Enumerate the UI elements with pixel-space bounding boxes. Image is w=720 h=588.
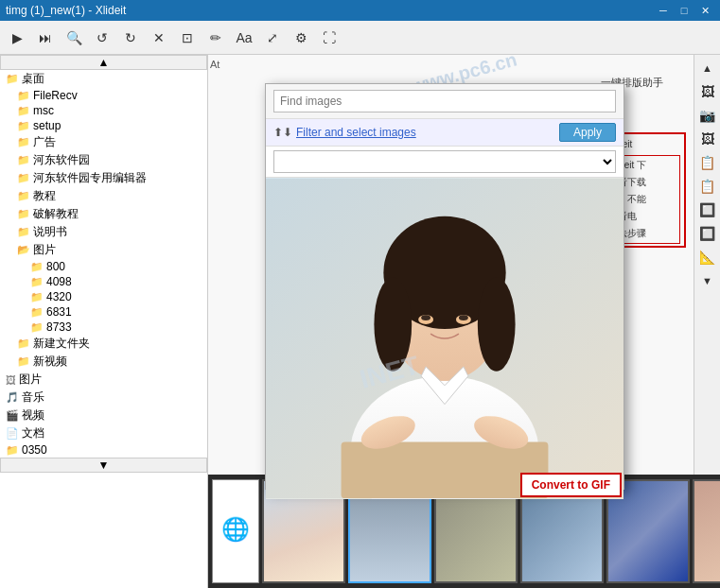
folder-icon: 📁 — [17, 208, 30, 220]
find-images-input[interactable] — [273, 90, 616, 112]
settings-button[interactable]: ⚙ — [288, 25, 314, 51]
transform-button[interactable]: ⤢ — [259, 25, 286, 51]
right-toolbar: ▲ 🖼 📷 🖼 📋 📋 🔲 🔲 📐 ▼ — [694, 55, 720, 475]
sidebar-item-filerecv[interactable]: 📁 FileRecv — [0, 88, 207, 103]
svg-point-6 — [478, 277, 516, 371]
sidebar-item-label: 图片 — [33, 242, 56, 258]
sidebar-item-label: 河东软件园 — [33, 152, 90, 168]
sidebar-item-4320[interactable]: 📁 4320 — [0, 289, 207, 304]
sidebar-item-0350[interactable]: 📁 0350 — [0, 442, 207, 458]
rt-image-btn-8[interactable]: 📐 — [696, 246, 719, 268]
sidebar-item-label: 文档 — [22, 425, 44, 441]
folder-icon: 📁 — [17, 154, 30, 166]
convert-overlay: Convert to GIF — [520, 473, 622, 497]
sidebar-scroll-up[interactable]: ▲ — [0, 55, 207, 70]
sidebar-item-video[interactable]: 🎬 视频 — [0, 406, 207, 424]
main-area: ▲ 📁 桌面 📁 FileRecv 📁 msc 📁 setup 📁 广告 📁 河… — [0, 55, 720, 588]
filter-dropdown[interactable] — [273, 150, 616, 173]
folder-icon: 📁 — [6, 73, 19, 85]
rt-image-btn-4[interactable]: 📋 — [696, 151, 719, 174]
folder-icon: 📁 — [30, 291, 44, 303]
sidebar-item-label: 破解教程 — [33, 206, 79, 222]
sidebar-item-8733[interactable]: 📁 8733 — [0, 320, 207, 335]
folder-icon: 📁 — [17, 190, 30, 202]
main-image: INET — [266, 178, 623, 499]
sidebar-item-label: msc — [33, 104, 54, 117]
sidebar-item-label: 桌面 — [22, 71, 44, 87]
dropdown-row — [266, 147, 623, 178]
at-label: At — [210, 59, 263, 70]
sidebar-item-setup[interactable]: 📁 setup — [0, 118, 207, 133]
main-toolbar: ▶ ⏭ 🔍 ↺ ↻ ✕ ⊡ ✏ Aa ⤢ ⚙ ⛶ — [0, 21, 720, 55]
sidebar-item-pictures[interactable]: 🖼 图片 — [0, 371, 207, 389]
rt-image-btn-5[interactable]: 📋 — [696, 175, 719, 198]
play-button[interactable]: ▶ — [4, 25, 30, 51]
folder-icon: 📁 — [17, 120, 30, 132]
filter-label[interactable]: Filter and select images — [296, 126, 555, 139]
folder-icon: 📁 — [17, 172, 30, 184]
filter-arrows-icon: ⬆⬇ — [273, 126, 292, 139]
sidebar-item-guanggao[interactable]: 📁 广告 — [0, 133, 207, 151]
apply-button[interactable]: Apply — [559, 123, 616, 142]
folder-icon: 📁 — [17, 337, 30, 350]
rotate-left-button[interactable]: ↺ — [89, 25, 115, 51]
sidebar-item-pojie[interactable]: 📁 破解教程 — [0, 205, 207, 223]
folder-icon: 📁 — [30, 261, 44, 273]
edit-button[interactable]: ✏ — [202, 25, 229, 51]
left-thumb-panel: 🌐 — [212, 479, 259, 583]
sidebar-item-hedong-editor[interactable]: 📁 河东软件园专用编辑器 — [0, 169, 207, 187]
sidebar-item-jiaocheng[interactable]: 📁 教程 — [0, 187, 207, 205]
rt-image-btn-7[interactable]: 🔲 — [696, 222, 719, 245]
rotate-right-button[interactable]: ↻ — [117, 25, 144, 51]
music-icon: 🎵 — [6, 391, 19, 404]
filter-bar: ⬆⬇ Filter and select images Apply — [266, 119, 623, 147]
sidebar-item-desktop[interactable]: 📁 桌面 — [0, 70, 207, 88]
close-x-button[interactable]: ✕ — [146, 25, 172, 51]
sidebar-item-label: 说明书 — [33, 224, 67, 240]
maximize-button[interactable]: □ — [675, 3, 694, 18]
sidebar-item-4098[interactable]: 📁 4098 — [0, 274, 207, 289]
thumb-icon: 🌐 — [221, 516, 250, 543]
content-area: www.pc6.cn At 一键排版助手 段落 B / U Xlideit Xl… — [208, 55, 720, 588]
zoom-button[interactable]: 🔍 — [61, 25, 87, 51]
rt-up-button[interactable]: ▲ — [696, 57, 719, 79]
sidebar-item-music[interactable]: 🎵 音乐 — [0, 389, 207, 406]
thumbnail-6[interactable] — [693, 479, 720, 583]
sidebar-item-label: 800 — [46, 260, 65, 273]
folder-icon: 📁 — [17, 90, 30, 102]
docs-icon: 📄 — [6, 427, 19, 440]
rt-image-btn-3[interactable]: 🖼 — [696, 128, 719, 150]
sidebar-item-tupian[interactable]: 📂 图片 — [0, 241, 207, 259]
sidebar-item-xinshipin[interactable]: 📁 新视频 — [0, 353, 207, 371]
close-button[interactable]: ✕ — [695, 3, 714, 18]
sidebar-item-hedong[interactable]: 📁 河东软件园 — [0, 151, 207, 169]
fullscreen-button[interactable]: ⛶ — [316, 25, 342, 51]
skip-button[interactable]: ⏭ — [32, 25, 59, 51]
convert-to-gif-button[interactable]: Convert to GIF — [522, 475, 620, 495]
sidebar-item-label: 广告 — [33, 134, 56, 150]
crop-button[interactable]: ⊡ — [174, 25, 201, 51]
sidebar-item-6831[interactable]: 📁 6831 — [0, 304, 207, 320]
sidebar-item-msc[interactable]: 📁 msc — [0, 103, 207, 118]
sidebar-item-label: 河东软件园专用编辑器 — [33, 170, 147, 186]
rt-down-button[interactable]: ▼ — [696, 269, 719, 292]
title-bar: timg (1)_new(1) - Xlideit ─ □ ✕ — [0, 0, 720, 21]
picture-icon: 🖼 — [6, 374, 16, 386]
sidebar-item-xinjian[interactable]: 📁 新建文件夹 — [0, 335, 207, 353]
rt-image-btn-6[interactable]: 🔲 — [696, 199, 719, 221]
minimize-button[interactable]: ─ — [654, 3, 673, 18]
sidebar-scroll-down[interactable]: ▼ — [0, 458, 207, 473]
sidebar-item-label: setup — [33, 119, 61, 132]
sidebar-item-label: 新视频 — [33, 354, 67, 370]
sidebar-item-label: 6831 — [46, 305, 72, 319]
text-button[interactable]: Aa — [231, 25, 257, 51]
rt-image-btn-2[interactable]: 📷 — [696, 104, 719, 127]
folder-icon: 📁 — [17, 355, 30, 368]
window-controls: ─ □ ✕ — [654, 3, 714, 18]
sidebar-item-label: FileRecv — [33, 89, 78, 102]
sidebar-item-label: 新建文件夹 — [33, 336, 90, 352]
sidebar-item-shuomingshu[interactable]: 📁 说明书 — [0, 223, 207, 241]
rt-image-btn-1[interactable]: 🖼 — [696, 80, 719, 103]
sidebar-item-800[interactable]: 📁 800 — [0, 259, 207, 274]
sidebar-item-docs[interactable]: 📄 文档 — [0, 424, 207, 442]
